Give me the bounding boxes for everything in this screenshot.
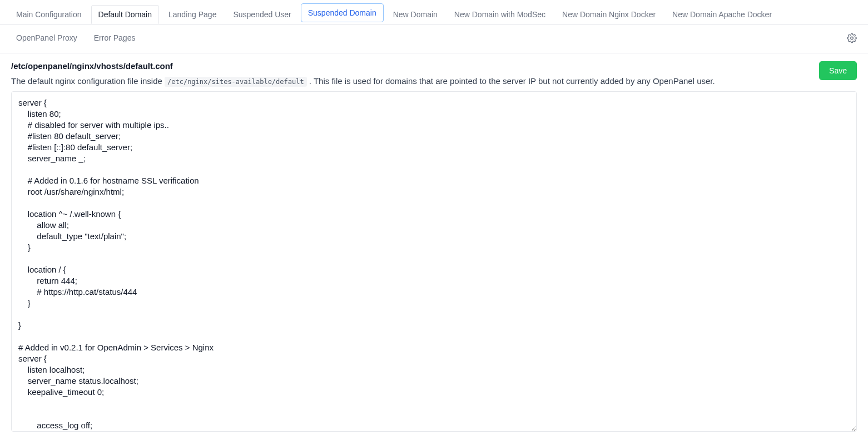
svg-point-0 [851,37,854,39]
desc-suffix: . This file is used for domains that are… [307,76,715,86]
tab-bar-row2: OpenPanel ProxyError Pages [0,25,868,53]
file-description: The default nginx configuration file ins… [11,76,715,86]
tab-suspended-user[interactable]: Suspended User [226,5,298,24]
desc-code-path: /etc/nginx/sites-available/default [165,77,307,87]
tab-error-pages[interactable]: Error Pages [87,28,143,47]
gear-icon[interactable] [847,33,857,45]
tab-suspended-domain[interactable]: Suspended Domain [301,3,384,22]
config-editor[interactable] [11,91,857,432]
tab-bar-row1: Main ConfigurationDefault DomainLanding … [0,0,868,25]
save-button[interactable]: Save [819,61,857,80]
tab-new-domain-with-modsec[interactable]: New Domain with ModSec [447,5,553,24]
tab-landing-page[interactable]: Landing Page [161,5,224,24]
desc-prefix: The default nginx configuration file ins… [11,76,165,86]
tab-new-domain-nginx-docker[interactable]: New Domain Nginx Docker [555,5,663,24]
tab-new-domain[interactable]: New Domain [386,5,445,24]
tab-new-domain-apache-docker[interactable]: New Domain Apache Docker [665,5,779,24]
content-area: /etc/openpanel/nginx/vhosts/default.conf… [0,53,868,435]
file-path-heading: /etc/openpanel/nginx/vhosts/default.conf [11,61,715,71]
tab-openpanel-proxy[interactable]: OpenPanel Proxy [9,28,85,47]
tab-main-configuration[interactable]: Main Configuration [9,5,89,24]
tab-default-domain[interactable]: Default Domain [91,5,160,24]
